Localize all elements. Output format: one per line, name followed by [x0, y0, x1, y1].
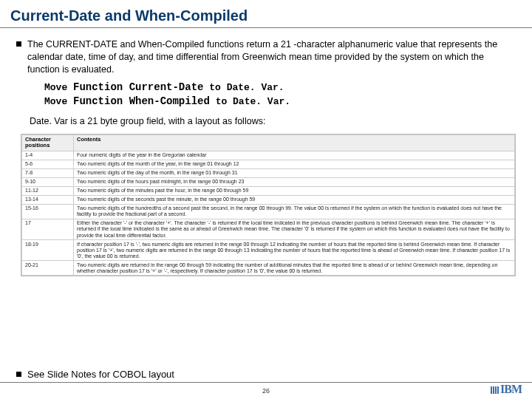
table-row: 15-16Two numeric digits of the hundredth… [22, 204, 515, 219]
table-row: 20-21Two numeric digits are returned in … [22, 261, 515, 276]
ibm-logo: IBM [491, 383, 522, 396]
table-header: Character positions [22, 135, 74, 151]
page-title: Current-Date and When-Compiled [0, 0, 532, 28]
table-cell-content: Two numeric digits of the day of the mon… [74, 168, 515, 177]
table-cell-position: 5-6 [22, 160, 74, 168]
table-row: 11-12Two numeric digits of the minutes p… [22, 186, 515, 195]
table-cell-content: Four numeric digits of the year in the G… [74, 151, 515, 160]
logo-text: IBM [500, 383, 522, 395]
table-cell-content: Two numeric digits of the hours past mid… [74, 177, 515, 186]
table-cell-position: 13-14 [22, 195, 74, 204]
bullet-square-icon [16, 372, 21, 377]
footer-bullet: See Slide Notes for COBOL layout [16, 369, 174, 380]
layout-table: Character positions Contents 1-4Four num… [21, 134, 516, 276]
table-row: 7-8Two numeric digits of the day of the … [22, 168, 515, 177]
footer-divider [0, 382, 532, 383]
code-fn: Function Current-Date [73, 81, 203, 93]
code-kw: Move [44, 82, 73, 93]
code-rest: to Date. Var. [203, 82, 284, 93]
bullet-intro: The CURRENT-DATE and When-Compiled funct… [16, 38, 516, 76]
code-line-2: Move Function When-Compiled to Date. Var… [44, 95, 516, 109]
table-cell-position: 11-12 [22, 186, 74, 195]
table-cell-content: Two numeric digits are returned in the r… [74, 261, 515, 276]
slide-body: The CURRENT-DATE and When-Compiled funct… [0, 28, 532, 128]
table-cell-position: 7-8 [22, 168, 74, 177]
table-cell-content: If character position 17 is '-', two num… [74, 240, 515, 261]
table-row: 13-14Two numeric digits of the seconds p… [22, 195, 515, 204]
table-row: 17Either the character '-' or the charac… [22, 219, 515, 239]
table-row: 5-6Two numeric digits of the month of th… [22, 160, 515, 168]
code-fn: Function When-Compiled [73, 95, 210, 107]
table-cell-position: 17 [22, 219, 74, 239]
table-cell-content: Either the character '-' or the characte… [74, 219, 515, 239]
table-row: 18-19If character position 17 is '-', tw… [22, 240, 515, 261]
bullet-square-icon [16, 41, 21, 47]
table-cell-position: 9-10 [22, 177, 74, 186]
table-cell-content: Two numeric digits of the hundredths of … [74, 204, 515, 219]
subnote-text: Date. Var is a 21 byte group field, with… [30, 115, 516, 128]
code-kw: Move [44, 96, 73, 107]
table-row: 1-4Four numeric digits of the year in th… [22, 151, 515, 160]
intro-text: The CURRENT-DATE and When-Compiled funct… [27, 38, 516, 76]
code-rest: to Date. Var. [210, 96, 290, 107]
table-row: 9-10Two numeric digits of the hours past… [22, 177, 515, 186]
table-cell-content: Two numeric digits of the minutes past t… [74, 186, 515, 195]
code-line-1: Move Function Current-Date to Date. Var. [44, 81, 516, 95]
code-block: Move Function Current-Date to Date. Var.… [44, 81, 516, 109]
table-header: Contents [74, 135, 515, 151]
logo-bars-icon [491, 386, 499, 394]
table-cell-position: 1-4 [22, 151, 74, 160]
table-cell-position: 15-16 [22, 204, 74, 219]
table-cell-position: 18-19 [22, 240, 74, 261]
page-number: 26 [262, 387, 270, 395]
table-cell-content: Two numeric digits of the seconds past t… [74, 195, 515, 204]
table-cell-position: 20-21 [22, 261, 74, 276]
table-cell-content: Two numeric digits of the month of the y… [74, 160, 515, 168]
footer-note: See Slide Notes for COBOL layout [27, 369, 174, 380]
